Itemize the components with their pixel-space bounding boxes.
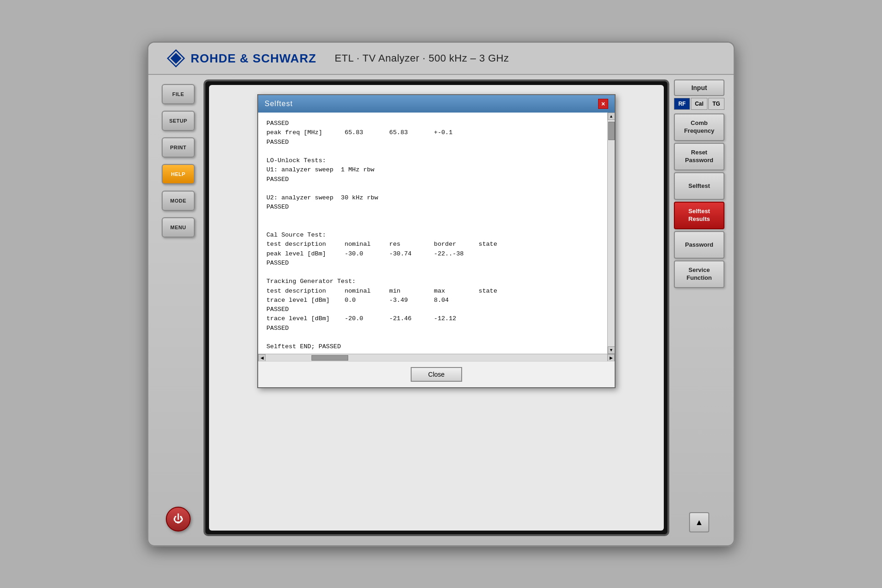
- device-body: FILE SETUP PRINT HELP MODE MENU ⏻ Selfte…: [148, 75, 734, 541]
- rs-logo-icon: [167, 49, 185, 68]
- menu-button[interactable]: MENU: [162, 217, 195, 237]
- scroll-up-arrow[interactable]: ▲: [608, 113, 615, 120]
- comb-frequency-button[interactable]: CombFrequency: [674, 113, 724, 141]
- scroll-down-arrow[interactable]: ▼: [608, 346, 615, 354]
- selftest-dialog: Selftest × PASSED peak freq [MHz] 65.83 …: [257, 94, 616, 388]
- cal-tab[interactable]: Cal: [691, 98, 707, 110]
- dialog-footer: Close: [258, 361, 615, 387]
- service-function-button[interactable]: ServiceFunction: [674, 260, 724, 288]
- input-label: Input: [674, 79, 724, 96]
- scroll-thumb[interactable]: [608, 122, 615, 140]
- scroll-right-arrow[interactable]: ▶: [607, 354, 615, 362]
- rf-tab[interactable]: RF: [674, 98, 690, 110]
- input-tabs: RF Cal TG: [674, 98, 724, 110]
- vertical-scrollbar: ▲ ▼: [607, 113, 615, 354]
- password-button[interactable]: Password: [674, 231, 724, 259]
- dialog-titlebar: Selftest ×: [258, 95, 615, 113]
- screen-area: Selftest × PASSED peak freq [MHz] 65.83 …: [204, 79, 669, 536]
- brand-logo: ROHDE & SCHWARZ: [167, 49, 317, 68]
- input-section: Input RF Cal TG: [674, 79, 724, 110]
- power-button[interactable]: ⏻: [166, 507, 191, 531]
- dialog-close-button[interactable]: ×: [598, 99, 608, 109]
- mode-button[interactable]: MODE: [162, 191, 195, 211]
- tg-tab[interactable]: TG: [708, 98, 724, 110]
- dialog-content: PASSED peak freq [MHz] 65.83 65.83 +-0.1…: [258, 113, 615, 361]
- power-icon: ⏻: [173, 513, 183, 525]
- selftest-results-button[interactable]: SelftestResults: [674, 202, 724, 229]
- bottom-area: ▲: [674, 509, 724, 536]
- close-button[interactable]: Close: [411, 367, 462, 382]
- setup-button[interactable]: SETUP: [162, 111, 195, 131]
- device-model: ETL · TV Analyzer · 500 kHz – 3 GHz: [335, 52, 509, 64]
- brand-name: ROHDE & SCHWARZ: [191, 51, 317, 66]
- left-buttons: FILE SETUP PRINT HELP MODE MENU ⏻: [158, 79, 199, 536]
- dialog-title: Selftest: [265, 100, 293, 108]
- help-button[interactable]: HELP: [162, 164, 195, 184]
- dialog-scrollable: PASSED peak freq [MHz] 65.83 65.83 +-0.1…: [258, 113, 615, 354]
- dialog-text: PASSED peak freq [MHz] 65.83 65.83 +-0.1…: [258, 113, 615, 354]
- reset-password-button[interactable]: ResetPassword: [674, 143, 724, 170]
- right-sidebar: Input RF Cal TG CombFrequency ResetPassw…: [674, 79, 724, 536]
- horizontal-scrollbar: ◀ ▶: [258, 354, 615, 361]
- device: ROHDE & SCHWARZ ETL · TV Analyzer · 500 …: [147, 41, 735, 547]
- dialog-overlay: Selftest × PASSED peak freq [MHz] 65.83 …: [209, 85, 664, 531]
- selftest-button[interactable]: Selftest: [674, 172, 724, 200]
- scroll-left-arrow[interactable]: ◀: [258, 354, 266, 362]
- screen: Selftest × PASSED peak freq [MHz] 65.83 …: [209, 85, 664, 531]
- print-button[interactable]: PRINT: [162, 137, 195, 158]
- scroll-track: [266, 355, 607, 361]
- nav-arrow-button[interactable]: ▲: [689, 512, 709, 532]
- h-scroll-thumb[interactable]: [311, 355, 348, 361]
- file-button[interactable]: FILE: [162, 84, 195, 104]
- device-header: ROHDE & SCHWARZ ETL · TV Analyzer · 500 …: [148, 43, 734, 75]
